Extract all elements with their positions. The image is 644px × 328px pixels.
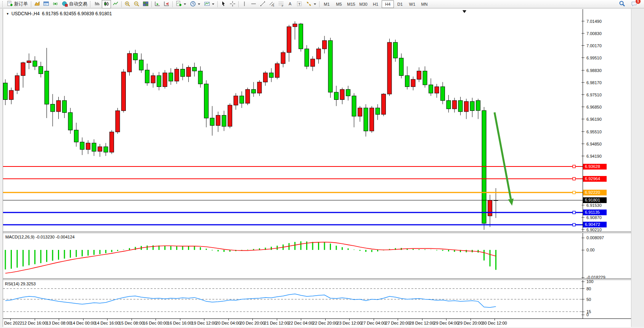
time-axis-tick bbox=[156, 319, 156, 320]
horizontal-line-button[interactable] bbox=[249, 0, 258, 8]
timeframe-m15[interactable]: M15 bbox=[345, 0, 357, 8]
tile-windows-button[interactable] bbox=[141, 0, 150, 8]
time-axis-label: 21 Dec 12:00 bbox=[264, 321, 289, 325]
text-icon: A bbox=[287, 1, 293, 8]
line-anchor[interactable] bbox=[573, 211, 575, 214]
line-chart-button[interactable] bbox=[111, 0, 120, 8]
chart-shift-marker[interactable] bbox=[463, 10, 466, 13]
crosshair-button[interactable] bbox=[228, 0, 237, 8]
timeframe-m1[interactable]: M1 bbox=[321, 0, 333, 8]
zoom-in-button[interactable] bbox=[123, 0, 132, 8]
candle-body bbox=[287, 27, 291, 53]
time-axis-label: 30 Dec 12:00 bbox=[482, 321, 507, 325]
timeframe-m30[interactable]: M30 bbox=[357, 0, 369, 8]
auto-trading-button[interactable]: 自动交易 bbox=[60, 0, 89, 8]
timeframe-d1[interactable]: D1 bbox=[394, 0, 406, 8]
periods-button[interactable] bbox=[188, 0, 202, 8]
candle-body bbox=[163, 73, 167, 86]
bar-chart-button[interactable] bbox=[93, 0, 102, 8]
candle-body bbox=[145, 70, 149, 83]
candle-body bbox=[92, 143, 96, 151]
candlestick-chart-button[interactable] bbox=[102, 0, 111, 8]
search-button[interactable] bbox=[617, 0, 626, 8]
equidistant-channel-button[interactable]: E bbox=[267, 0, 276, 8]
timeframe-mn[interactable]: MN bbox=[418, 0, 430, 8]
price-tick-label: 6.91530 bbox=[586, 203, 602, 208]
time-axis-label: 22 Dec 04:00 bbox=[288, 321, 313, 325]
vertical-line-button[interactable] bbox=[240, 0, 249, 8]
panel-splitter[interactable] bbox=[3, 278, 631, 280]
equidistant-channel-icon: E bbox=[269, 1, 275, 8]
periods-icon bbox=[190, 1, 196, 8]
horizontal-line-icon bbox=[251, 1, 257, 8]
time-axis-tick bbox=[180, 319, 180, 320]
line-anchor[interactable] bbox=[573, 165, 575, 168]
toolbar-grip[interactable] bbox=[90, 1, 92, 7]
price-line-label-6.90472: 6.90472 bbox=[583, 222, 607, 227]
candle-body bbox=[133, 53, 138, 60]
rsi-tick-dash bbox=[581, 312, 585, 312]
time-axis-tick bbox=[59, 319, 59, 320]
signals-button[interactable] bbox=[51, 0, 60, 8]
candle-body bbox=[429, 85, 433, 93]
line-anchor[interactable] bbox=[573, 191, 575, 194]
candle-body bbox=[269, 73, 273, 77]
price-line-label-6.92220: 6.92220 bbox=[583, 190, 607, 195]
text-label-button[interactable]: T bbox=[295, 0, 304, 8]
time-axis-tick bbox=[446, 319, 446, 320]
price-line-label-6.91801: 6.91801 bbox=[583, 197, 607, 203]
new-order-button[interactable]: 新订单 bbox=[5, 0, 30, 8]
price-tick-label: 6.90870 bbox=[586, 215, 602, 220]
rsi-panel[interactable] bbox=[3, 280, 583, 318]
line-anchor[interactable] bbox=[573, 178, 575, 180]
notifications-button[interactable]: 1 bbox=[630, 0, 639, 8]
toolbar-grip[interactable] bbox=[2, 1, 4, 7]
chart-shift-button[interactable] bbox=[162, 0, 171, 8]
zoom-out-button[interactable] bbox=[132, 0, 141, 8]
candle-body bbox=[435, 87, 439, 93]
trend-arrow-annotation[interactable] bbox=[495, 112, 511, 199]
time-axis-tick bbox=[422, 319, 422, 320]
candle-body bbox=[45, 71, 49, 104]
trendline-button[interactable] bbox=[258, 0, 267, 8]
price-tick-label: 6.96850 bbox=[586, 105, 602, 109]
macd-tick-dash bbox=[581, 277, 585, 278]
indicators-button[interactable] bbox=[174, 0, 188, 8]
time-axis[interactable]: 12 Dec 202212 Dec 16:0013 Dec 08:0014 De… bbox=[3, 318, 631, 327]
main-price-chart[interactable] bbox=[3, 9, 583, 232]
price-tick-label: 7.01490 bbox=[586, 19, 602, 24]
trend-arrow-head[interactable] bbox=[508, 198, 514, 206]
templates-button[interactable] bbox=[202, 0, 216, 8]
fibonacci-button[interactable]: F bbox=[276, 0, 286, 8]
macd-panel[interactable] bbox=[3, 233, 583, 278]
price-tick-dash bbox=[581, 70, 585, 70]
price-axis[interactable]: 7.014907.008307.001706.995106.988306.981… bbox=[583, 9, 631, 318]
candle-body bbox=[234, 96, 238, 105]
candle-body bbox=[74, 130, 79, 142]
time-axis-label: 16 Dec 16:00 bbox=[167, 321, 192, 325]
timeframe-h1[interactable]: H1 bbox=[369, 0, 382, 8]
price-axis-line bbox=[583, 9, 583, 318]
panel-splitter[interactable] bbox=[3, 232, 631, 233]
auto-scroll-button[interactable] bbox=[153, 0, 162, 8]
line-anchor[interactable] bbox=[573, 224, 575, 226]
candle-body bbox=[21, 63, 25, 76]
candlesticks bbox=[3, 21, 498, 230]
candle-body bbox=[15, 76, 19, 91]
terminal-button[interactable] bbox=[42, 0, 51, 8]
candle-body bbox=[127, 53, 132, 72]
cursor-button[interactable] bbox=[219, 0, 228, 8]
signals-icon bbox=[52, 1, 58, 8]
timeframe-m5[interactable]: M5 bbox=[333, 0, 345, 8]
dropdown-caret-icon bbox=[314, 3, 316, 6]
text-button[interactable]: A bbox=[286, 0, 295, 8]
templates-icon bbox=[204, 1, 210, 8]
arrows-button[interactable] bbox=[304, 0, 318, 8]
market-watch-button[interactable] bbox=[32, 0, 42, 8]
timeframe-h4[interactable]: H4 bbox=[382, 0, 394, 8]
new-order-icon bbox=[7, 1, 13, 8]
candle-body bbox=[27, 61, 31, 63]
timeframe-w1[interactable]: W1 bbox=[406, 0, 418, 8]
candle-body bbox=[482, 110, 486, 223]
candle-body bbox=[382, 94, 386, 114]
